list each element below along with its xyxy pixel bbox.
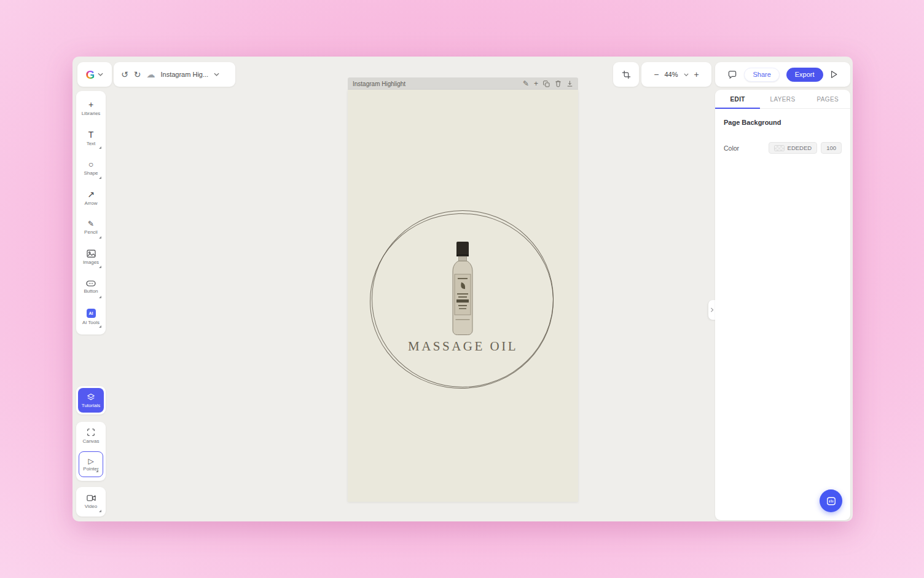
color-label: Color <box>724 144 739 152</box>
artboard-header: Instagram Highlight ✎ + <box>348 77 578 90</box>
text-icon: T <box>88 130 94 139</box>
video-tool[interactable]: Video <box>76 487 106 517</box>
tool-label: Button <box>84 288 98 294</box>
fit-to-screen-button[interactable] <box>613 62 639 87</box>
document-menu-chevron-icon[interactable] <box>214 73 219 76</box>
layers-box-icon <box>87 393 95 402</box>
export-button[interactable]: Export <box>786 68 823 82</box>
panel-body: Page Background Color EDEDED 100 <box>715 109 850 164</box>
tools-sidebar: + Libraries T Text ○ Shape ↗ Arrow ✎ Pen… <box>76 91 106 335</box>
arrow-icon: ↗ <box>87 190 95 199</box>
tool-label: Arrow <box>85 200 98 206</box>
canvas-label: Canvas <box>82 438 99 444</box>
trash-icon <box>555 80 562 87</box>
add-page-button[interactable]: + <box>534 80 538 87</box>
canvas-frame-icon <box>87 428 95 437</box>
color-hex-chip[interactable]: EDEDED <box>769 142 818 154</box>
opacity-value[interactable]: 100 <box>826 144 836 151</box>
pointer-label: Pointer <box>83 466 98 472</box>
massage-oil-bottle-image[interactable] <box>448 242 477 336</box>
video-camera-icon <box>87 494 96 502</box>
artboard-title[interactable]: Instagram Highlight <box>353 81 518 87</box>
plus-icon: + <box>88 100 93 109</box>
copy-icon <box>543 81 550 87</box>
sidebar-item-images[interactable]: Images <box>76 243 106 273</box>
redo-icon[interactable]: ↻ <box>134 70 141 79</box>
download-page-button[interactable] <box>566 80 573 87</box>
app-window: G ↺ ↻ ☁ Instagram Hig... − <box>72 57 853 521</box>
comments-button[interactable] <box>727 70 737 79</box>
mode-card: Canvas ▷ Pointer <box>76 422 106 481</box>
opacity-chip[interactable]: 100 <box>821 142 842 154</box>
tab-layers[interactable]: LAYERS <box>760 90 805 108</box>
sidebar-item-libraries[interactable]: + Libraries <box>76 93 106 124</box>
document-title[interactable]: Instagram Hig... <box>160 71 208 78</box>
pencil-icon: ✎ <box>88 220 94 228</box>
sidebar-item-button[interactable]: Button <box>76 272 106 303</box>
video-card: Video <box>76 487 106 517</box>
tool-label: Libraries <box>82 111 101 116</box>
tool-label: Shape <box>84 170 98 176</box>
zoom-out-button[interactable]: − <box>654 70 659 79</box>
chevron-right-icon <box>710 307 714 312</box>
brand-chevron-down-icon[interactable] <box>98 73 103 76</box>
sidebar-item-pencil[interactable]: ✎ Pencil <box>76 213 106 243</box>
rename-button[interactable]: ✎ <box>523 80 529 87</box>
actions-toolbar: Share Export <box>715 62 850 87</box>
brand-logo-icon: G <box>86 69 95 81</box>
color-controls: EDEDED 100 <box>769 142 842 154</box>
document-toolbar: ↺ ↻ ☁ Instagram Hig... <box>114 62 235 87</box>
pointer-tool-container: ▷ Pointer <box>76 450 106 481</box>
cloud-sync-icon: ☁ <box>146 70 155 79</box>
zoom-chevron-down-icon[interactable] <box>684 73 689 76</box>
tool-label: Pencil <box>84 229 98 235</box>
tutorials-button[interactable]: Tutorials <box>78 388 104 413</box>
tutorials-card: Tutorials <box>76 386 106 414</box>
section-title: Page Background <box>724 119 842 126</box>
circle-shape-icon: ○ <box>88 160 93 168</box>
image-icon <box>87 250 96 258</box>
sidebar-item-arrow[interactable]: ↗ Arrow <box>76 183 106 213</box>
pointer-tool[interactable]: ▷ Pointer <box>79 451 103 477</box>
massage-oil-text[interactable]: MASSAGE OIL <box>348 339 578 354</box>
tab-edit[interactable]: EDIT <box>715 90 760 108</box>
sidebar-item-shape[interactable]: ○ Shape <box>76 153 106 183</box>
chat-support-button[interactable] <box>820 489 842 512</box>
zoom-level[interactable]: 44% <box>664 71 678 78</box>
zoom-in-button[interactable]: + <box>694 70 699 79</box>
tool-label: Images <box>83 259 99 265</box>
panel-tabs: EDIT LAYERS PAGES <box>715 90 850 109</box>
brand-menu[interactable]: G <box>77 62 112 87</box>
present-button[interactable] <box>830 70 838 79</box>
tutorials-label: Tutorials <box>82 403 100 408</box>
page-background-color-row: Color EDEDED 100 <box>724 142 842 154</box>
tool-label: Text <box>87 141 96 146</box>
color-swatch[interactable] <box>774 145 785 151</box>
zoom-controls: − 44% + <box>641 62 711 87</box>
chat-bubble-icon <box>826 496 836 506</box>
properties-panel: EDIT LAYERS PAGES Page Background Color … <box>715 90 850 520</box>
plus-icon: + <box>534 80 538 87</box>
sidebar-item-ai-tools[interactable]: AI Ai Tools <box>76 303 106 333</box>
ai-icon: AI <box>87 309 96 318</box>
video-label: Video <box>85 504 97 509</box>
duplicate-page-button[interactable] <box>543 81 550 87</box>
tool-label: Ai Tools <box>82 320 100 325</box>
download-icon <box>566 80 573 87</box>
button-icon <box>86 280 96 287</box>
share-button[interactable]: Share <box>744 68 779 82</box>
color-hex-value[interactable]: EDEDED <box>788 144 812 151</box>
canvas-tool[interactable]: Canvas <box>76 422 106 450</box>
sidebar-item-text[interactable]: T Text <box>76 124 106 154</box>
pointer-icon: ▷ <box>88 457 93 465</box>
undo-icon[interactable]: ↺ <box>121 70 128 79</box>
desktop-background: G ↺ ↻ ☁ Instagram Hig... − <box>0 0 924 578</box>
tab-pages[interactable]: PAGES <box>805 90 850 108</box>
edit-pencil-icon: ✎ <box>523 80 529 87</box>
crop-icon <box>622 70 631 79</box>
delete-page-button[interactable] <box>555 80 562 87</box>
artboard[interactable]: MASSAGE OIL <box>348 90 578 502</box>
